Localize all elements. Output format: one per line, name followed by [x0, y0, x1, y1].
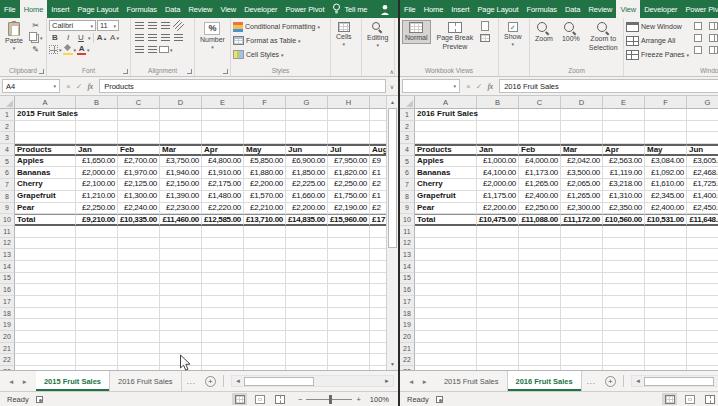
- cell-C15[interactable]: [519, 273, 561, 285]
- cell-C6[interactable]: £1,970.00: [118, 167, 160, 179]
- cell-G17[interactable]: [687, 296, 718, 308]
- cell-G4[interactable]: Jun: [286, 144, 328, 156]
- cell-E13[interactable]: [202, 249, 244, 261]
- cell-B13[interactable]: [477, 249, 519, 261]
- cell-D6[interactable]: £1,940.00: [160, 167, 202, 179]
- cell-I3[interactable]: [370, 132, 386, 144]
- cell-B12[interactable]: [477, 238, 519, 250]
- cell-A7[interactable]: Cherry: [15, 179, 76, 191]
- cell-B6[interactable]: £4,100.00: [477, 167, 519, 179]
- row-header-12[interactable]: 12: [0, 238, 15, 250]
- cancel-button[interactable]: ×: [66, 82, 71, 91]
- cell-H5[interactable]: £7,950.00: [328, 156, 370, 168]
- scroll-up-icon[interactable]: ▲: [387, 96, 398, 108]
- cell-C18[interactable]: [118, 308, 160, 320]
- cell-C22[interactable]: [118, 354, 160, 366]
- cell-F4[interactable]: May: [244, 144, 286, 156]
- cell-D7[interactable]: £2,150.00: [160, 179, 202, 191]
- cell-B20[interactable]: [477, 331, 519, 343]
- align-bottom-button[interactable]: [159, 20, 171, 31]
- cell-F3[interactable]: [244, 132, 286, 144]
- cell-A15[interactable]: [15, 273, 76, 285]
- hide-button[interactable]: [692, 32, 704, 43]
- cell-A11[interactable]: [15, 226, 76, 238]
- cell-F16[interactable]: [645, 284, 687, 296]
- cell-D3[interactable]: [160, 132, 202, 144]
- cell-A5[interactable]: Apples: [415, 156, 477, 168]
- h-scroll-left-icon[interactable]: ◄: [632, 378, 644, 384]
- cell-H3[interactable]: [328, 132, 370, 144]
- cell-A3[interactable]: [415, 132, 477, 144]
- cell-F13[interactable]: [244, 249, 286, 261]
- cell-D20[interactable]: [160, 331, 202, 343]
- cell-E4[interactable]: Apr: [202, 144, 244, 156]
- cell-A16[interactable]: [415, 284, 477, 296]
- cell-F19[interactable]: [244, 319, 286, 331]
- cell-E1[interactable]: [603, 109, 645, 121]
- cell-F3[interactable]: [645, 132, 687, 144]
- cell-F17[interactable]: [244, 296, 286, 308]
- row-header-10[interactable]: 10: [0, 214, 15, 226]
- cell-I16[interactable]: [370, 284, 386, 296]
- cell-B13[interactable]: [76, 249, 118, 261]
- cell-E17[interactable]: [202, 296, 244, 308]
- cell-H21[interactable]: [328, 343, 370, 355]
- cell-D20[interactable]: [561, 331, 603, 343]
- cell-I9[interactable]: £2: [370, 203, 386, 215]
- cell-A14[interactable]: [415, 261, 477, 273]
- cell-B4[interactable]: Jan: [477, 144, 519, 156]
- cell-A3[interactable]: [15, 132, 76, 144]
- cell-C2[interactable]: [519, 121, 561, 133]
- cell-C3[interactable]: [519, 132, 561, 144]
- cell-C14[interactable]: [118, 261, 160, 273]
- cell-C5[interactable]: £2,700.00: [118, 156, 160, 168]
- cell-I17[interactable]: [370, 296, 386, 308]
- ribbon-tab-data[interactable]: Data: [161, 0, 184, 18]
- column-header-B[interactable]: B: [76, 96, 118, 109]
- cell-B22[interactable]: [76, 354, 118, 366]
- row-header-2[interactable]: 2: [0, 121, 15, 133]
- cell-E8[interactable]: £1,480.00: [202, 191, 244, 203]
- italic-button[interactable]: I: [62, 32, 74, 43]
- ribbon-tab-file[interactable]: File: [400, 0, 420, 18]
- row-header-13[interactable]: 13: [400, 249, 415, 261]
- cell-C9[interactable]: £2,250.00: [519, 203, 561, 215]
- cell-F8[interactable]: £2,345.00: [645, 191, 687, 203]
- cell-A10[interactable]: Total: [15, 214, 76, 226]
- select-all-corner[interactable]: [0, 96, 15, 109]
- cell-C8[interactable]: £1,300.00: [118, 191, 160, 203]
- ribbon-tab-developer[interactable]: Developer: [240, 0, 281, 18]
- number-format-button[interactable]: %Number▾: [197, 20, 228, 52]
- row-header-12[interactable]: 12: [400, 238, 415, 250]
- ribbon-tab-formulas[interactable]: Formulas: [123, 0, 161, 18]
- cell-H13[interactable]: [328, 249, 370, 261]
- cell-A20[interactable]: [415, 331, 477, 343]
- row-header-9[interactable]: 9: [400, 203, 415, 215]
- cell-D8[interactable]: £1,265.00: [561, 191, 603, 203]
- view-normal-button[interactable]: [662, 393, 677, 405]
- column-header-F[interactable]: F: [645, 96, 687, 109]
- cell-G14[interactable]: [687, 261, 718, 273]
- cell-A18[interactable]: [415, 308, 477, 320]
- column-header-C[interactable]: C: [519, 96, 561, 109]
- formula-input[interactable]: 2016 Fruit Sales: [499, 79, 718, 93]
- cell-H6[interactable]: £1,820.00: [328, 167, 370, 179]
- cell-G3[interactable]: [286, 132, 328, 144]
- cell-F5[interactable]: £3,084.00: [645, 156, 687, 168]
- row-header-21[interactable]: 21: [0, 343, 15, 355]
- cell-E7[interactable]: £2,175.00: [202, 179, 244, 191]
- cell-C1[interactable]: [519, 109, 561, 121]
- cell-E10[interactable]: £12,585.00: [202, 214, 244, 226]
- cell-F7[interactable]: £1,610.00: [645, 179, 687, 191]
- name-box[interactable]: ▾: [402, 79, 460, 93]
- cell-D13[interactable]: [160, 249, 202, 261]
- cell-A4[interactable]: Products: [15, 144, 76, 156]
- row-header-4[interactable]: 4: [400, 144, 415, 156]
- page-layout-view-button[interactable]: [479, 20, 491, 31]
- cell-B14[interactable]: [477, 261, 519, 273]
- cell-B9[interactable]: £2,250.00: [76, 203, 118, 215]
- cell-F15[interactable]: [244, 273, 286, 285]
- cell-I14[interactable]: [370, 261, 386, 273]
- cell-E10[interactable]: £10,560.00: [603, 214, 645, 226]
- cell-D12[interactable]: [561, 238, 603, 250]
